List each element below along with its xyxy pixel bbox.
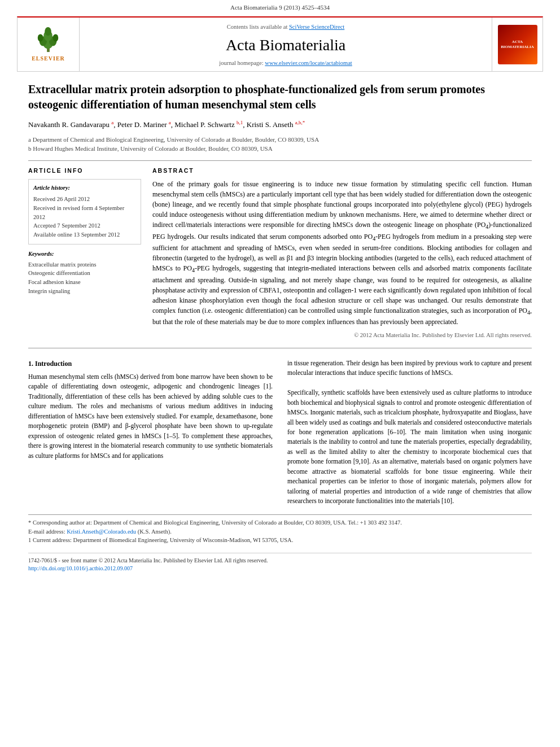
article-content: Extracellular matrix protein adsorption … — [28, 82, 532, 573]
available-date: Available online 13 September 2012 — [33, 230, 136, 239]
intro-heading: 1. Introduction — [28, 359, 273, 369]
footnote-email: E-mail address: Kristi.Anseth@Colorado.e… — [28, 527, 532, 536]
received-revised-date: Received in revised form 4 September 201… — [33, 204, 136, 222]
body-section: 1. Introduction Human mesenchymal stem c… — [28, 359, 532, 506]
accepted-date: Accepted 7 September 2012 — [33, 221, 136, 230]
keywords-label: Keywords: — [28, 250, 141, 259]
intro-col-right: in tissue regeneration. Their design has… — [287, 359, 532, 506]
introduction-two-col: 1. Introduction Human mesenchymal stem c… — [28, 359, 532, 506]
elsevier-logo-container: ELSEVIER — [18, 18, 80, 71]
keyword-2: Osteogenic differentiation — [28, 269, 141, 278]
abstract-heading: ABSTRACT — [152, 167, 532, 175]
svg-point-5 — [53, 34, 59, 42]
contents-line: Contents lists available at SciVerse Sci… — [85, 23, 486, 32]
copyright-line: © 2012 Acta Materialia Inc. Published by… — [152, 331, 532, 340]
divider — [28, 160, 532, 161]
article-info-column: ARTICLE INFO Article history: Received 2… — [28, 167, 141, 340]
homepage-line: journal homepage: www.elsevier.com/locat… — [85, 59, 486, 68]
abstract-text: One of the primary goals for tissue engi… — [152, 179, 532, 327]
received-date: Received 26 April 2012 — [33, 195, 136, 204]
acta-logo-icon: ACTA BIOMATERIALIA — [498, 25, 537, 64]
bottom-bar: 1742-7061/$ - see front matter © 2012 Ac… — [28, 553, 532, 573]
acta-logo-container: ACTA BIOMATERIALIA — [492, 18, 542, 71]
issn-line: 1742-7061/$ - see front matter © 2012 Ac… — [28, 557, 532, 565]
affiliations: a Department of Chemical and Biological … — [28, 135, 532, 154]
footnote-1: 1 Current address: Department of Biomedi… — [28, 536, 532, 545]
top-bar: Acta Biomaterialia 9 (2013) 4525–4534 — [0, 0, 560, 14]
homepage-link[interactable]: www.elsevier.com/locate/actabiomat — [265, 60, 352, 66]
doi-link[interactable]: http://dx.doi.org/10.1016/j.actbio.2012.… — [28, 565, 133, 571]
footnote-area: * Corresponding author at: Department of… — [28, 514, 532, 545]
keyword-4: Integrin signaling — [28, 287, 141, 296]
keyword-1: Extracellular matrix proteins — [28, 260, 141, 269]
intro-text-col2b: Specifically, synthetic scaffolds have b… — [287, 388, 532, 506]
author-names: Navakanth R. Gandavarapu a, Peter D. Mar… — [28, 120, 305, 129]
keywords-section: Keywords: Extracellular matrix proteins … — [28, 250, 141, 296]
affiliation-b: b Howard Hughes Medical Institute, Unive… — [28, 144, 532, 154]
article-title: Extracellular matrix protein adsorption … — [28, 82, 532, 112]
page-wrapper: Acta Biomaterialia 9 (2013) 4525–4534 EL… — [0, 0, 560, 573]
journal-title: Acta Biomaterialia — [85, 34, 486, 56]
article-info-abstract: ARTICLE INFO Article history: Received 2… — [28, 167, 532, 340]
elsevier-text: ELSEVIER — [32, 55, 65, 63]
article-info-heading: ARTICLE INFO — [28, 167, 141, 175]
svg-point-7 — [45, 27, 51, 36]
journal-ref: Acta Biomaterialia 9 (2013) 4525–4534 — [230, 4, 330, 11]
sciverse-link[interactable]: SciVerse ScienceDirect — [289, 24, 344, 30]
doi-line: http://dx.doi.org/10.1016/j.actbio.2012.… — [28, 565, 532, 573]
intro-col-left: 1. Introduction Human mesenchymal stem c… — [28, 359, 273, 506]
footnote-corresponding: * Corresponding author at: Department of… — [28, 518, 532, 527]
article-info-box: Article history: Received 26 April 2012 … — [28, 179, 141, 244]
intro-text-col2: in tissue regeneration. Their design has… — [287, 359, 532, 378]
journal-header: ELSEVIER Contents lists available at Sci… — [17, 16, 543, 72]
elsevier-tree-icon — [33, 26, 64, 53]
history-label: Article history: — [33, 184, 136, 193]
svg-point-4 — [38, 34, 43, 42]
intro-text-col1: Human mesenchymal stem cells (hMSCs) der… — [28, 372, 273, 461]
divider-2 — [28, 348, 532, 348]
affiliation-a: a Department of Chemical and Biological … — [28, 135, 532, 145]
abstract-column: ABSTRACT One of the primary goals for ti… — [152, 167, 532, 340]
keyword-3: Focal adhesion kinase — [28, 278, 141, 287]
elsevier-logo: ELSEVIER — [32, 26, 65, 63]
email-link[interactable]: Kristi.Anseth@Colorado.edu — [67, 528, 136, 535]
authors: Navakanth R. Gandavarapu a, Peter D. Mar… — [28, 119, 532, 130]
journal-center: Contents lists available at SciVerse Sci… — [80, 18, 492, 71]
